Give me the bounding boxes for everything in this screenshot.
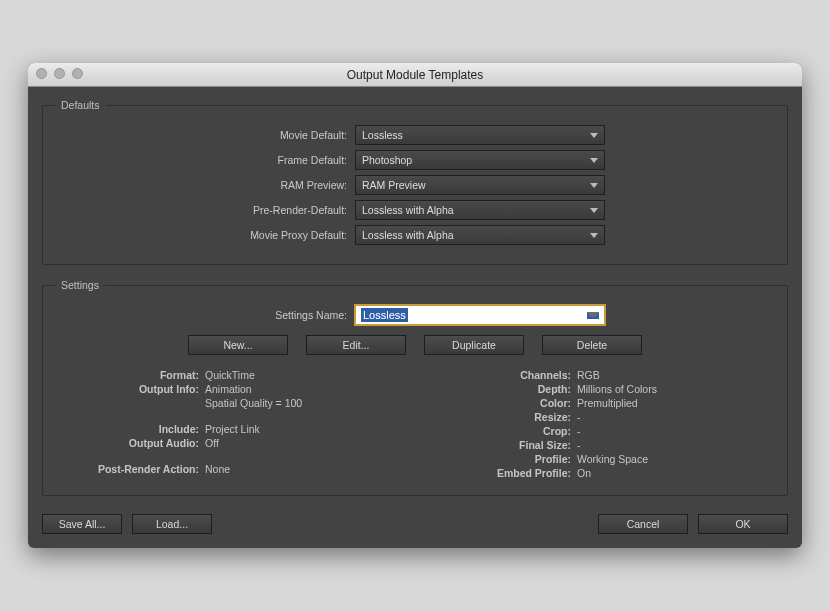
titlebar[interactable]: Output Module Templates bbox=[28, 63, 802, 87]
output-info-value: Animation bbox=[205, 383, 252, 395]
frame-default-dropdown[interactable]: Photoshop bbox=[355, 150, 605, 170]
settings-info-left: Format:QuickTime Output Info:Animation S… bbox=[55, 369, 403, 481]
post-render-action-label: Post-Render Action: bbox=[55, 463, 205, 475]
embed-profile-value: On bbox=[577, 467, 591, 479]
resize-label: Resize: bbox=[427, 411, 577, 423]
ok-button[interactable]: OK bbox=[698, 514, 788, 534]
channels-label: Channels: bbox=[427, 369, 577, 381]
dialog-content: Defaults Movie Default:Lossless Frame De… bbox=[28, 87, 802, 548]
movie-proxy-default-value: Lossless with Alpha bbox=[362, 229, 454, 241]
pre-render-default-dropdown[interactable]: Lossless with Alpha bbox=[355, 200, 605, 220]
movie-default-dropdown[interactable]: Lossless bbox=[355, 125, 605, 145]
embed-profile-label: Embed Profile: bbox=[427, 467, 577, 479]
profile-value: Working Space bbox=[577, 453, 648, 465]
settings-name-value: Lossless bbox=[361, 308, 408, 322]
color-label: Color: bbox=[427, 397, 577, 409]
depth-label: Depth: bbox=[427, 383, 577, 395]
settings-info: Format:QuickTime Output Info:Animation S… bbox=[55, 369, 775, 481]
edit-button[interactable]: Edit... bbox=[306, 335, 406, 355]
spatial-quality-label bbox=[55, 397, 205, 409]
pre-render-default-label: Pre-Render-Default: bbox=[55, 204, 355, 216]
frame-default-value: Photoshop bbox=[362, 154, 412, 166]
settings-group: Settings Settings Name: Lossless New... … bbox=[42, 279, 788, 496]
chevron-down-icon bbox=[590, 233, 598, 238]
crop-value: - bbox=[577, 425, 581, 437]
load-button[interactable]: Load... bbox=[132, 514, 212, 534]
save-all-button[interactable]: Save All... bbox=[42, 514, 122, 534]
minimize-icon[interactable] bbox=[54, 68, 65, 79]
new-button[interactable]: New... bbox=[188, 335, 288, 355]
include-label: Include: bbox=[55, 423, 205, 435]
output-info-label: Output Info: bbox=[55, 383, 205, 395]
window-title: Output Module Templates bbox=[347, 68, 484, 82]
final-size-value: - bbox=[577, 439, 581, 451]
defaults-legend: Defaults bbox=[55, 99, 106, 111]
settings-button-row: New... Edit... Duplicate Delete bbox=[55, 335, 775, 355]
settings-info-right: Channels:RGB Depth:Millions of Colors Co… bbox=[427, 369, 775, 481]
post-render-action-value: None bbox=[205, 463, 230, 475]
movie-default-value: Lossless bbox=[362, 129, 403, 141]
output-audio-label: Output Audio: bbox=[55, 437, 205, 449]
settings-name-input[interactable]: Lossless bbox=[355, 305, 605, 325]
zoom-icon[interactable] bbox=[72, 68, 83, 79]
movie-proxy-default-dropdown[interactable]: Lossless with Alpha bbox=[355, 225, 605, 245]
include-value: Project Link bbox=[205, 423, 260, 435]
chevron-down-icon bbox=[590, 158, 598, 163]
settings-name-label: Settings Name: bbox=[55, 309, 355, 321]
depth-value: Millions of Colors bbox=[577, 383, 657, 395]
window-controls bbox=[36, 68, 83, 79]
chevron-down-icon bbox=[590, 183, 598, 188]
final-size-label: Final Size: bbox=[427, 439, 577, 451]
chevron-down-icon bbox=[587, 312, 599, 319]
movie-default-label: Movie Default: bbox=[55, 129, 355, 141]
chevron-down-icon bbox=[590, 133, 598, 138]
profile-label: Profile: bbox=[427, 453, 577, 465]
resize-value: - bbox=[577, 411, 581, 423]
ram-preview-value: RAM Preview bbox=[362, 179, 426, 191]
dialog-window: Output Module Templates Defaults Movie D… bbox=[28, 63, 802, 548]
settings-legend: Settings bbox=[55, 279, 105, 291]
format-value: QuickTime bbox=[205, 369, 255, 381]
frame-default-label: Frame Default: bbox=[55, 154, 355, 166]
ram-preview-label: RAM Preview: bbox=[55, 179, 355, 191]
spatial-quality-value: Spatial Quality = 100 bbox=[205, 397, 302, 409]
defaults-group: Defaults Movie Default:Lossless Frame De… bbox=[42, 99, 788, 265]
pre-render-default-value: Lossless with Alpha bbox=[362, 204, 454, 216]
dialog-footer: Save All... Load... Cancel OK bbox=[42, 510, 788, 534]
movie-proxy-default-label: Movie Proxy Default: bbox=[55, 229, 355, 241]
ram-preview-dropdown[interactable]: RAM Preview bbox=[355, 175, 605, 195]
delete-button[interactable]: Delete bbox=[542, 335, 642, 355]
color-value: Premultiplied bbox=[577, 397, 638, 409]
duplicate-button[interactable]: Duplicate bbox=[424, 335, 524, 355]
chevron-down-icon bbox=[590, 208, 598, 213]
close-icon[interactable] bbox=[36, 68, 47, 79]
crop-label: Crop: bbox=[427, 425, 577, 437]
format-label: Format: bbox=[55, 369, 205, 381]
output-audio-value: Off bbox=[205, 437, 219, 449]
channels-value: RGB bbox=[577, 369, 600, 381]
cancel-button[interactable]: Cancel bbox=[598, 514, 688, 534]
